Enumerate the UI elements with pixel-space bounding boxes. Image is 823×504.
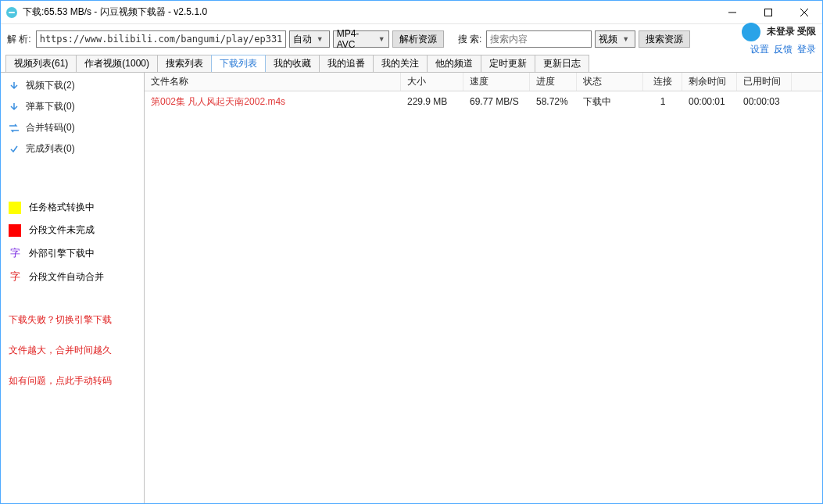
- cell-status: 下载中: [577, 91, 643, 112]
- parse-button[interactable]: 解析资源: [392, 30, 444, 48]
- col-header-elapsed[interactable]: 已用时间: [737, 73, 792, 91]
- sidebar: 视频下载(2) 弹幕下载(0) 合并转码(0) 完成列表(0) 任务格式转换中: [1, 73, 145, 503]
- search-type-value: 视频: [599, 33, 617, 46]
- format-select[interactable]: MP4-AVC ▼: [333, 30, 389, 48]
- cell-conn: 1: [643, 91, 682, 112]
- url-input[interactable]: [36, 30, 286, 48]
- close-button[interactable]: [786, 1, 822, 24]
- app-window: 下载:65.53 MB/s - 闪豆视频下载器 - v2.5.1.0 解 析: …: [0, 0, 823, 504]
- login-status: 未登录 受限: [767, 25, 816, 38]
- tab-strip: 视频列表(61) 作者视频(1000) 搜索列表 下载列表 我的收藏 我的追番 …: [1, 54, 822, 73]
- sidebar-item-video-download[interactable]: 视频下载(2): [9, 79, 136, 92]
- mode-select-value: 自动: [293, 33, 312, 46]
- col-header-status[interactable]: 状态: [577, 73, 643, 91]
- legend-square-yellow: [9, 202, 21, 214]
- tab-author-video[interactable]: 作者视频(1000): [76, 55, 158, 72]
- app-icon: [5, 6, 18, 19]
- maximize-button[interactable]: [750, 1, 786, 24]
- tab-my-favorites[interactable]: 我的收藏: [265, 55, 320, 72]
- col-header-remain[interactable]: 剩余时间: [682, 73, 737, 91]
- legend-square-red: [9, 224, 21, 237]
- minimize-button[interactable]: [714, 1, 750, 24]
- sidebar-item-completed[interactable]: 完成列表(0): [9, 142, 136, 155]
- chevron-down-icon: ▼: [378, 35, 385, 43]
- legend-glyph-icon: 字: [9, 270, 21, 284]
- main-area: 视频下载(2) 弹幕下载(0) 合并转码(0) 完成列表(0) 任务格式转换中: [1, 73, 822, 503]
- legend-item: 分段文件未完成: [9, 223, 136, 237]
- titlebar: 下载:65.53 MB/s - 闪豆视频下载器 - v2.5.1.0: [1, 1, 822, 24]
- cell-speed: 69.77 MB/S: [463, 91, 530, 112]
- note-manual-transcode[interactable]: 如有问题，点此手动转码: [9, 374, 136, 388]
- cell-elapsed: 00:00:03: [737, 91, 792, 112]
- search-label: 搜 索:: [458, 33, 482, 46]
- chevron-down-icon: ▼: [317, 35, 324, 43]
- col-header-conn[interactable]: 连接: [643, 73, 682, 91]
- svg-rect-1: [9, 12, 15, 13]
- note-large-file: 文件越大，合并时间越久: [9, 344, 136, 357]
- download-grid: 文件名称 大小 速度 进度 状态 连接 剩余时间 已用时间 第002集 凡人风起…: [145, 73, 822, 503]
- col-header-name[interactable]: 文件名称: [145, 73, 401, 91]
- cell-name: 第002集 凡人风起天南2002.m4s: [145, 91, 401, 112]
- avatar[interactable]: [742, 23, 760, 41]
- notes: 下载失败？切换引擎下载 文件越大，合并时间越久 如有问题，点此手动转码: [9, 313, 136, 388]
- mode-select[interactable]: 自动 ▼: [289, 30, 330, 48]
- sidebar-item-danmu-download[interactable]: 弹幕下载(0): [9, 100, 136, 113]
- convert-icon: [9, 123, 20, 134]
- tab-my-follow[interactable]: 我的关注: [373, 55, 428, 72]
- window-title: 下载:65.53 MB/s - 闪豆视频下载器 - v2.5.1.0: [23, 5, 207, 19]
- col-header-speed[interactable]: 速度: [463, 73, 530, 91]
- col-header-progress[interactable]: 进度: [530, 73, 577, 91]
- legend: 任务格式转换中 分段文件未完成 字 外部引擎下载中 字 分段文件自动合并: [9, 201, 136, 284]
- col-header-size[interactable]: 大小: [401, 73, 463, 91]
- cell-remain: 00:00:01: [682, 91, 737, 112]
- check-icon: [9, 144, 20, 155]
- cell-progress: 58.72%: [530, 91, 577, 112]
- close-icon: [800, 9, 808, 16]
- table-row[interactable]: 第002集 凡人风起天南2002.m4s 229.9 MB 69.77 MB/S…: [145, 91, 822, 112]
- parse-label: 解 析:: [7, 33, 31, 46]
- minimize-icon: [728, 9, 736, 16]
- chevron-down-icon: ▼: [622, 35, 629, 43]
- grid-header: 文件名称 大小 速度 进度 状态 连接 剩余时间 已用时间: [145, 73, 822, 91]
- sidebar-item-merge-transcode[interactable]: 合并转码(0): [9, 121, 136, 134]
- legend-item: 字 外部引擎下载中: [9, 246, 136, 260]
- user-area: 未登录 受限 设置 反馈 登录: [742, 23, 816, 56]
- cell-size: 229.9 MB: [401, 91, 463, 112]
- tab-download-list[interactable]: 下载列表: [211, 55, 266, 72]
- search-button[interactable]: 搜索资源: [639, 30, 690, 48]
- maximize-icon: [764, 9, 772, 16]
- legend-item: 字 分段文件自动合并: [9, 270, 136, 284]
- tab-scheduled[interactable]: 定时更新: [481, 55, 535, 72]
- download-icon: [9, 80, 20, 91]
- svg-rect-3: [765, 9, 772, 16]
- toolbar: 解 析: 自动 ▼ MP4-AVC ▼ 解析资源 搜 索: 视频 ▼ 搜索资源 …: [1, 24, 822, 54]
- search-type-select[interactable]: 视频 ▼: [595, 30, 635, 48]
- tab-my-bangumi[interactable]: 我的追番: [319, 55, 374, 72]
- download-icon: [9, 102, 20, 113]
- note-switch-engine[interactable]: 下载失败？切换引擎下载: [9, 313, 136, 327]
- legend-item: 任务格式转换中: [9, 201, 136, 214]
- tab-changelog[interactable]: 更新日志: [535, 55, 589, 72]
- format-select-value: MP4-AVC: [337, 28, 374, 50]
- legend-glyph-icon: 字: [9, 246, 21, 260]
- tab-search-list[interactable]: 搜索列表: [157, 55, 212, 72]
- search-input[interactable]: [486, 30, 592, 48]
- tab-video-list[interactable]: 视频列表(61): [5, 55, 77, 72]
- tab-other-channel[interactable]: 他的频道: [427, 55, 481, 72]
